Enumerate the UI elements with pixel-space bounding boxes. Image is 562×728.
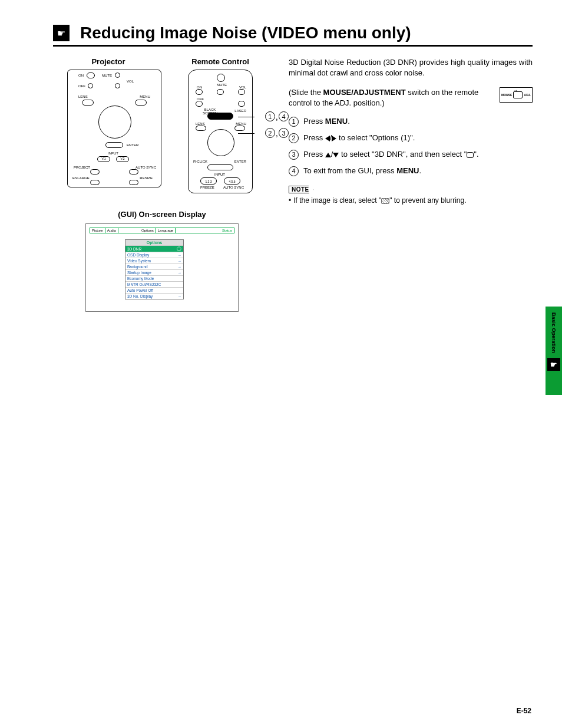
step-1: 1 Press MENU.	[289, 116, 533, 127]
note-heading: NOTE	[289, 186, 313, 193]
remote-diagram: ON MUTE VOL OFF BLACK SCREEN LASER LENS	[188, 70, 253, 193]
projector-diagram: ON MUTE VOL OFF LENS MENU	[67, 70, 161, 187]
slide-instruction: (Slide the MOUSE/ADJUSTMENT switch on th…	[289, 87, 496, 108]
gui-heading: (GUI) On-screen Display	[53, 210, 271, 219]
gui-menu-item: Auto Power Off	[125, 287, 183, 293]
left-arrow-icon	[325, 136, 330, 141]
page-title: Reducing Image Noise (VIDEO menu only)	[80, 24, 411, 42]
gui-tab: Status	[220, 228, 234, 233]
step-4: 4 To exit from the GUI, press MENU.	[289, 166, 533, 176]
step-2: 2 Press / to select "Options (1)".	[289, 133, 533, 143]
gui-menu-item: Background→	[125, 263, 183, 269]
gui-menu-item: Video System→	[125, 258, 183, 263]
gui-tab: Options	[140, 228, 156, 233]
page-number: E-52	[517, 707, 531, 715]
gui-menu-item: 3D DNR◯	[125, 245, 183, 252]
step-number-icon: 1	[289, 117, 299, 127]
rounded-rect-icon	[467, 152, 474, 158]
mouse-adj-switch-icon: MOUSE → ADJ.	[500, 87, 533, 103]
up-arrow-icon	[325, 153, 331, 157]
gui-tab: Picture	[90, 228, 105, 233]
projector-label: Projector	[53, 57, 164, 66]
gui-menu-item: Economy Mode	[125, 275, 183, 281]
gui-screenshot: Picture Audio Options Language Status Op…	[85, 223, 239, 312]
step-number-icon: 4	[289, 166, 299, 176]
hand-icon: ☛	[53, 25, 70, 41]
hand-icon: ☛	[547, 358, 560, 371]
down-arrow-icon	[333, 153, 339, 157]
callout-steps-2-3: 2,3	[265, 128, 289, 138]
gui-tab: Audio	[105, 228, 118, 233]
callout-steps-1-4: 1,4	[265, 111, 289, 121]
remote-label: Remote Control	[170, 57, 271, 66]
step-number-icon: 2	[289, 133, 299, 143]
gui-menu-item: OSD Display→	[125, 252, 183, 258]
gui-menu-item: Startup Image→	[125, 269, 183, 275]
step-3: 3 Press / to select "3D DNR", and then s…	[289, 149, 533, 160]
hatched-rect-icon	[381, 198, 389, 204]
step-number-icon: 3	[289, 150, 299, 160]
note-text: • If the image is clear, select "" to pr…	[289, 196, 533, 205]
section-tab: Basic Operation ☛	[546, 307, 562, 395]
intro-text: 3D Digital Noise Reduction (3D DNR) prov…	[289, 57, 533, 78]
gui-menu-item: 3D No. Display→	[125, 293, 183, 299]
gui-menu-item: MNTR Out/RS232C	[125, 281, 183, 287]
title-rule	[53, 45, 533, 47]
gui-tab: Language	[156, 228, 176, 233]
